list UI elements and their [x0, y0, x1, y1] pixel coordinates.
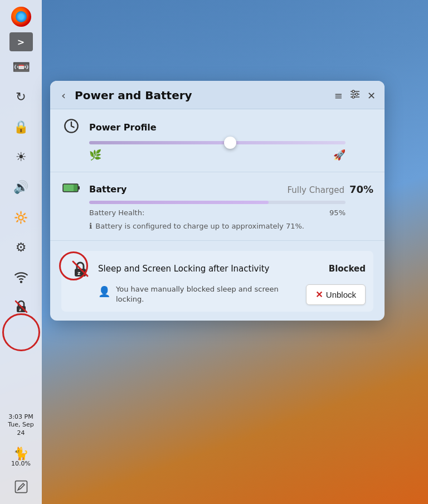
sleep-blocked-icon: z: [13, 298, 30, 317]
power-profile-icon: [61, 118, 81, 137]
edit-icon: [13, 479, 29, 496]
lock-icon: 🔒: [13, 121, 28, 133]
battery-info: ℹ Battery is configured to charge up to …: [61, 221, 373, 230]
battery-health-row: Battery Health: 95%: [61, 209, 373, 217]
sidebar: > 📼 ↻ 🔒 ☀ 🔊 🔆 ⚙: [0, 0, 42, 504]
back-button[interactable]: ‹: [58, 89, 69, 102]
close-icon[interactable]: ✕: [367, 90, 376, 101]
battery-row: Battery Fully Charged 70%: [61, 182, 373, 196]
header-icons: ≡ ✕: [334, 90, 376, 101]
power-profile-row: Power Profile: [61, 118, 373, 137]
leaf-icon: 🌿: [89, 149, 101, 161]
unblock-label: Unblock: [326, 290, 356, 299]
sleep-header: z Sleep and Screen Locking after Inactiv…: [69, 258, 366, 280]
svg-point-8: [352, 90, 354, 93]
sleep-section: z Sleep and Screen Locking after Inactiv…: [61, 251, 373, 312]
time-label: 3:03 PM: [8, 413, 34, 421]
battery-bar-container: [61, 201, 373, 204]
power-profile-slider-container: 🌿 🚀: [61, 141, 373, 162]
unblock-x-icon: ✕: [315, 289, 323, 300]
unblock-button[interactable]: ✕ Unblock: [306, 284, 366, 305]
battery-percent: 70%: [349, 183, 373, 195]
svg-rect-13: [64, 185, 74, 191]
sidebar-item-settings-box[interactable]: ⚙: [4, 233, 38, 262]
date-label: Tue, Sep: [8, 421, 34, 429]
brightness-auto-icon: 🔆: [14, 212, 28, 223]
power-profile-title: Power Profile: [89, 122, 157, 133]
panel-header: ‹ Power and Battery ≡ ✕: [50, 81, 385, 109]
divider-2: [50, 240, 385, 241]
slider-icons: 🌿 🚀: [89, 148, 346, 162]
battery-fill: [89, 201, 269, 204]
battery-section: Battery Fully Charged 70% Battery Health…: [61, 182, 373, 230]
power-profile-thumb[interactable]: [224, 137, 236, 149]
svg-point-9: [356, 93, 358, 95]
rocket-icon: 🚀: [333, 149, 346, 161]
svg-text:z: z: [19, 308, 21, 312]
battery-title: Battery: [89, 184, 127, 195]
divider-1: [50, 172, 385, 172]
filter-icon[interactable]: [349, 90, 361, 101]
battery-percent-label: 10.0%: [11, 460, 31, 467]
svg-text:z: z: [77, 270, 80, 276]
sidebar-item-wifi[interactable]: [4, 263, 38, 292]
expand-icon: >: [17, 37, 25, 47]
battery-health-value: 95%: [329, 209, 346, 217]
sleep-status: Blocked: [329, 264, 366, 274]
sleep-description: You have manually blocked sleep and scre…: [116, 284, 300, 304]
sidebar-item-brightness-up[interactable]: ☀: [4, 143, 38, 172]
power-profile-track[interactable]: [89, 141, 346, 144]
sync-icon: ↻: [16, 91, 26, 103]
sidebar-item-edit[interactable]: [4, 473, 38, 502]
power-profile-section: Power Profile 🌿 🚀: [61, 118, 373, 162]
panel-title: Power and Battery: [75, 89, 329, 102]
sleep-content: 👤 You have manually blocked sleep and sc…: [69, 284, 366, 305]
firefox-icon: [11, 7, 31, 27]
sidebar-item-expand[interactable]: >: [9, 32, 33, 51]
sleep-section-icon-wrap: z: [69, 258, 91, 280]
battery-icon: [61, 182, 81, 196]
sidebar-item-sync[interactable]: ↻: [4, 83, 38, 112]
svg-point-0: [20, 281, 21, 282]
sidebar-item-time: 3:03 PM Tue, Sep 24: [4, 411, 38, 442]
sidebar-item-cat[interactable]: 🐈 10.0%: [4, 443, 38, 472]
battery-status-value: Fully Charged 70%: [287, 183, 373, 195]
sidebar-item-volume[interactable]: 🔊: [4, 173, 38, 202]
sidebar-item-cassette[interactable]: 📼: [4, 52, 38, 81]
battery-health-label: Battery Health:: [89, 209, 144, 217]
date2-label: 24: [8, 429, 34, 437]
settings-box-icon: ⚙: [16, 241, 27, 254]
menu-icon[interactable]: ≡: [334, 90, 343, 101]
info-icon: ℹ: [89, 221, 92, 230]
battery-info-text: Battery is configured to charge up to ap…: [95, 222, 304, 230]
user-icon: 👤: [98, 285, 110, 297]
sidebar-item-sleep-blocked[interactable]: z: [4, 293, 38, 322]
battery-bar: [89, 201, 346, 204]
cat-icon: 🐈: [13, 448, 28, 460]
volume-icon: 🔊: [13, 181, 28, 193]
sleep-blocked-panel-icon: z: [69, 258, 91, 280]
brightness-up-icon: ☀: [16, 151, 27, 163]
sidebar-item-lock[interactable]: 🔒: [4, 113, 38, 142]
sleep-section-title: Sleep and Screen Locking after Inactivit…: [98, 264, 322, 274]
panel-body: Power Profile 🌿 🚀: [50, 109, 385, 321]
sidebar-item-firefox[interactable]: [4, 2, 38, 31]
wifi-icon: [14, 270, 28, 286]
battery-status: Fully Charged: [287, 185, 344, 195]
svg-rect-14: [78, 186, 80, 190]
power-battery-panel: ‹ Power and Battery ≡ ✕: [50, 81, 385, 321]
sidebar-item-brightness-auto[interactable]: 🔆: [4, 203, 38, 232]
cassette-icon: 📼: [12, 60, 30, 74]
svg-point-10: [352, 96, 354, 98]
